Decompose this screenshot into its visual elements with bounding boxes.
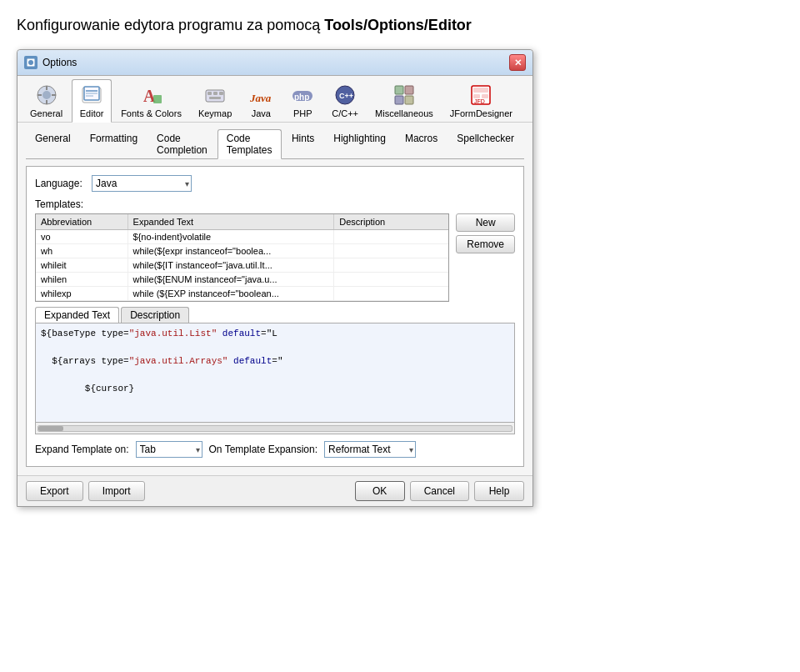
cancel-button[interactable]: Cancel: [410, 481, 469, 501]
expand-select[interactable]: Tab Enter Space: [136, 441, 202, 458]
page-title-prefix: Konfigurowanie edytora programu za pomoc…: [17, 17, 324, 33]
page-title-bold: Tools/Options/Editor: [324, 17, 472, 33]
dialog-footer: Export Import OK Cancel Help: [18, 475, 532, 506]
general-icon: [35, 83, 58, 107]
language-label: Language:: [35, 178, 85, 189]
window-close-button[interactable]: ✕: [509, 54, 526, 71]
toolbar-item-fonts[interactable]: A Fonts & Colors: [113, 79, 189, 122]
cell-abbr: vo: [36, 230, 128, 244]
language-select-wrapper: Java PHP C/C++ ▾: [92, 175, 192, 192]
toolbar-item-misc[interactable]: Miscellaneous: [368, 79, 441, 122]
toolbar-label-editor: Editor: [80, 108, 104, 118]
content-area: General Formatting Code Completion Code …: [18, 123, 532, 475]
svg-rect-26: [405, 86, 413, 94]
language-select[interactable]: Java PHP C/C++: [92, 175, 192, 192]
expansion-select[interactable]: Reformat Text Indent None: [324, 441, 416, 458]
svg-text:php: php: [294, 93, 309, 102]
cell-abbr: wh: [36, 244, 128, 258]
toolbar: General Editor A: [18, 76, 532, 123]
cell-desc: [334, 244, 449, 258]
svg-rect-16: [208, 92, 212, 95]
code-line-1: ${baseType type="java.util.List" default…: [41, 327, 509, 341]
toolbar-label-php: PHP: [293, 108, 312, 118]
new-button[interactable]: New: [456, 213, 515, 232]
window-titlebar: Options ✕: [18, 50, 532, 76]
window-title-area: Options: [24, 56, 77, 69]
table-scroll-area[interactable]: vo ${no-indent}volatile wh while(${expr …: [36, 230, 448, 301]
cpp-icon: C++: [333, 83, 357, 107]
jform-icon: JFD: [469, 83, 492, 107]
window-icon: [24, 56, 38, 69]
language-row: Language: Java PHP C/C++ ▾: [35, 175, 515, 192]
horizontal-scrollbar[interactable]: [35, 423, 515, 434]
table-header-row: Abbreviation Expanded Text Description: [36, 214, 448, 230]
subtab-formatting[interactable]: Formatting: [81, 129, 147, 158]
bottom-controls: Expand Template on: Tab Enter Space ▾ On…: [35, 441, 515, 458]
svg-point-1: [28, 60, 33, 65]
misc-icon: [392, 83, 416, 107]
editor-tab-description[interactable]: Description: [121, 307, 189, 323]
svg-rect-14: [153, 95, 162, 103]
ok-button[interactable]: OK: [355, 481, 405, 501]
subtab-hints[interactable]: Hints: [282, 129, 323, 158]
svg-point-3: [42, 91, 51, 99]
remove-button[interactable]: Remove: [456, 235, 515, 253]
editor-tab-expanded[interactable]: Expanded Text: [35, 307, 119, 323]
cell-exp: while(${IT instanceof="java.util.It...: [128, 258, 334, 273]
cell-exp: while(${expr instanceof="boolea...: [128, 244, 334, 258]
subtab-highlighting[interactable]: Highlighting: [324, 129, 395, 158]
java-icon: Java: [249, 83, 272, 107]
footer-right: OK Cancel Help: [355, 481, 524, 501]
expand-label: Expand Template on:: [35, 444, 129, 455]
import-button[interactable]: Import: [88, 481, 145, 501]
toolbar-item-php[interactable]: php PHP: [282, 79, 322, 122]
template-buttons: New Remove: [456, 213, 515, 302]
svg-rect-25: [395, 86, 403, 94]
table-row[interactable]: whileit while(${IT instanceof="java.util…: [36, 258, 448, 273]
table-row[interactable]: whilen while(${ENUM instanceof="java.u..…: [36, 273, 448, 287]
expand-select-wrapper: Tab Enter Space ▾: [136, 441, 202, 458]
editor-tabs: Expanded Text Description: [35, 307, 515, 323]
col-header-desc: Description: [334, 214, 449, 230]
subtab-general[interactable]: General: [26, 129, 80, 158]
toolbar-item-editor[interactable]: Editor: [72, 79, 112, 123]
templates-table: Abbreviation Expanded Text Description: [36, 214, 448, 230]
expansion-select-wrapper: Reformat Text Indent None ▾: [324, 441, 416, 458]
toolbar-item-cpp[interactable]: C++ C/C++: [324, 79, 366, 122]
table-row[interactable]: wh while(${expr instanceof="boolea...: [36, 244, 448, 258]
toolbar-item-java[interactable]: Java Java: [241, 79, 281, 122]
col-header-exp: Expanded Text: [128, 214, 334, 230]
toolbar-item-general[interactable]: General: [22, 79, 70, 122]
templates-table-body: vo ${no-indent}volatile wh while(${expr …: [36, 230, 448, 301]
footer-left: Export Import: [26, 481, 145, 501]
toolbar-label-fonts: Fonts & Colors: [121, 108, 182, 118]
toolbar-item-jform[interactable]: JFD JFormDesigner: [442, 79, 520, 122]
subtab-code-completion[interactable]: Code Completion: [148, 129, 217, 158]
hscroll-track: [38, 425, 512, 432]
subtab-macros[interactable]: Macros: [396, 129, 447, 158]
svg-rect-18: [219, 92, 223, 95]
table-row[interactable]: vo ${no-indent}volatile: [36, 230, 448, 244]
code-editor[interactable]: ${baseType type="java.util.List" default…: [35, 323, 515, 423]
table-area: Abbreviation Expanded Text Description: [35, 213, 515, 302]
help-button[interactable]: Help: [474, 481, 524, 501]
toolbar-label-jform: JFormDesigner: [450, 108, 512, 118]
cell-desc: [334, 273, 449, 287]
editor-icon: [80, 83, 103, 107]
toolbar-label-keymap: Keymap: [198, 108, 232, 118]
code-line-3: ${cursor}: [41, 382, 509, 396]
col-header-abbr: Abbreviation: [36, 214, 128, 230]
toolbar-label-cpp: C/C++: [332, 108, 358, 118]
svg-text:Java: Java: [249, 92, 272, 104]
cell-abbr: whilen: [36, 273, 128, 287]
cell-exp: while (${EXP instanceof="boolean...: [128, 287, 334, 301]
export-button[interactable]: Export: [26, 481, 83, 501]
svg-rect-28: [405, 96, 413, 104]
toolbar-item-keymap[interactable]: Keymap: [191, 79, 239, 122]
code-line-2: ${arrays type="java.util.Arrays" default…: [41, 354, 509, 369]
window-title: Options: [42, 57, 77, 68]
subtab-code-templates[interactable]: Code Templates: [218, 129, 282, 159]
main-panel: Language: Java PHP C/C++ ▾ Templates:: [26, 166, 524, 467]
table-row[interactable]: whilexp while (${EXP instanceof="boolean…: [36, 287, 448, 301]
subtab-spellchecker[interactable]: Spellchecker: [448, 129, 523, 158]
